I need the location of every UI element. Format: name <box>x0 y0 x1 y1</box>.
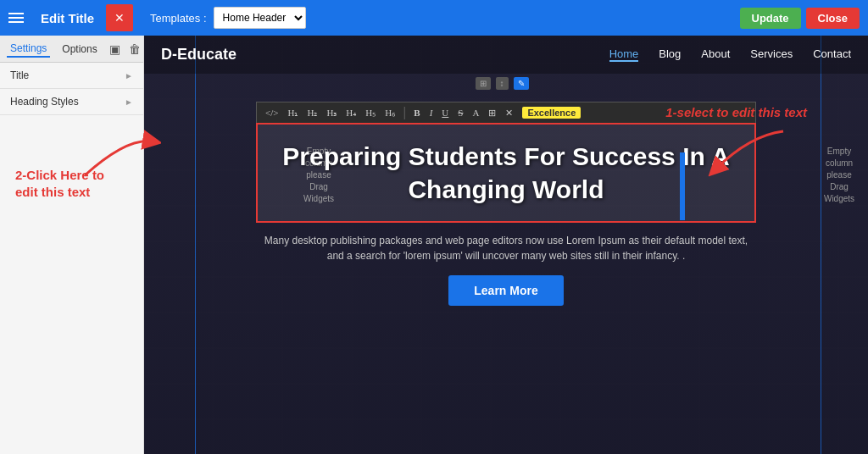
nav-links: Home Blog About Services Contact <box>609 47 851 62</box>
icon-row: ⊞ ↕ ✎ <box>144 74 868 93</box>
tab-settings[interactable]: Settings <box>7 41 50 58</box>
toolbar-code[interactable]: </> <box>262 107 281 119</box>
sidebar-item-title-label: Title <box>10 69 29 81</box>
sub-text: Many desktop publishing packages and web… <box>260 233 752 263</box>
widget-icon-1[interactable]: ⊞ <box>476 77 491 90</box>
widget-icon-2[interactable]: ↕ <box>496 77 509 90</box>
nav-link-blog[interactable]: Blog <box>659 47 681 62</box>
top-right-buttons: Update Close <box>740 8 868 29</box>
delete-icon[interactable]: 🗑 <box>129 42 141 56</box>
website-preview: D-Educate Home Blog About Services Conta… <box>144 36 868 454</box>
sidebar: Settings Options ▣ 🗑 Title ► Heading Sty… <box>0 36 144 454</box>
toolbar-h5[interactable]: H₅ <box>362 107 379 119</box>
edit-title-label: Edit Title <box>32 11 103 25</box>
hero-section: </> H₁ H₂ H₃ H₄ H₅ H₆ | B I U S A ⊞ ✕ Ex… <box>144 93 868 306</box>
resize-handle-right[interactable] <box>680 152 685 220</box>
excellence-label: Excellence <box>522 107 581 119</box>
heading-text[interactable]: Preparing Students For Success In A Chan… <box>275 140 737 206</box>
site-logo: D-Educate <box>161 46 236 64</box>
nav-link-about[interactable]: About <box>701 47 730 62</box>
toolbar-h3[interactable]: H₃ <box>323 107 340 119</box>
sidebar-item-heading-styles-label: Heading Styles <box>10 96 79 108</box>
templates-label: Templates : <box>150 12 206 25</box>
copy-icon[interactable]: ▣ <box>109 42 120 56</box>
toolbar-grid[interactable]: ⊞ <box>485 107 499 119</box>
toolbar-strikethrough[interactable]: S <box>454 107 466 119</box>
sidebar-item-heading-styles[interactable]: Heading Styles ► <box>0 89 143 115</box>
toolbar-h2[interactable]: H₂ <box>303 107 320 119</box>
close-top-button[interactable]: Close <box>806 8 860 29</box>
toolbar-h4[interactable]: H₄ <box>342 107 359 119</box>
sidebar-content: Title ► Heading Styles ► <box>0 63 143 115</box>
templates-area: Templates : Home Header Home Footer Abou… <box>150 7 305 29</box>
hamburger-button[interactable] <box>0 0 32 36</box>
top-bar: Edit Title ✕ Templates : Home Header Hom… <box>0 0 868 36</box>
tab-options[interactable]: Options <box>58 42 100 57</box>
update-button[interactable]: Update <box>740 8 801 29</box>
toolbar-bold[interactable]: B <box>410 107 423 119</box>
toolbar-remove[interactable]: ✕ <box>502 107 516 119</box>
toolbar-h6[interactable]: H₆ <box>381 107 398 119</box>
content-area: D-Educate Home Blog About Services Conta… <box>144 36 868 454</box>
toolbar-italic[interactable]: I <box>426 107 437 119</box>
toolbar-h1[interactable]: H₁ <box>284 107 301 119</box>
toolbar-underline[interactable]: U <box>438 107 452 119</box>
sidebar-item-title[interactable]: Title ► <box>0 63 143 89</box>
text-toolbar: </> H₁ H₂ H₃ H₄ H₅ H₆ | B I U S A ⊞ ✕ Ex… <box>256 102 756 123</box>
nav-bar: D-Educate Home Blog About Services Conta… <box>144 36 868 74</box>
widget-icon-3[interactable]: ✎ <box>514 77 529 90</box>
chevron-right-icon: ► <box>125 71 133 80</box>
annotation-left: 2-Click Here toedit this text <box>15 167 104 200</box>
sidebar-tabs: Settings Options ▣ 🗑 <box>0 36 143 63</box>
main-layout: Settings Options ▣ 🗑 Title ► Heading Sty… <box>0 36 868 454</box>
toolbar-color[interactable]: A <box>469 107 482 119</box>
learn-more-button[interactable]: Learn More <box>448 275 563 306</box>
templates-select[interactable]: Home Header Home Footer About Header <box>214 7 306 29</box>
chevron-right-icon-2: ► <box>125 97 133 107</box>
nav-link-services[interactable]: Services <box>750 47 793 62</box>
nav-link-home[interactable]: Home <box>609 47 639 62</box>
nav-link-contact[interactable]: Contact <box>813 47 851 62</box>
panel-close-button[interactable]: ✕ <box>106 4 133 31</box>
